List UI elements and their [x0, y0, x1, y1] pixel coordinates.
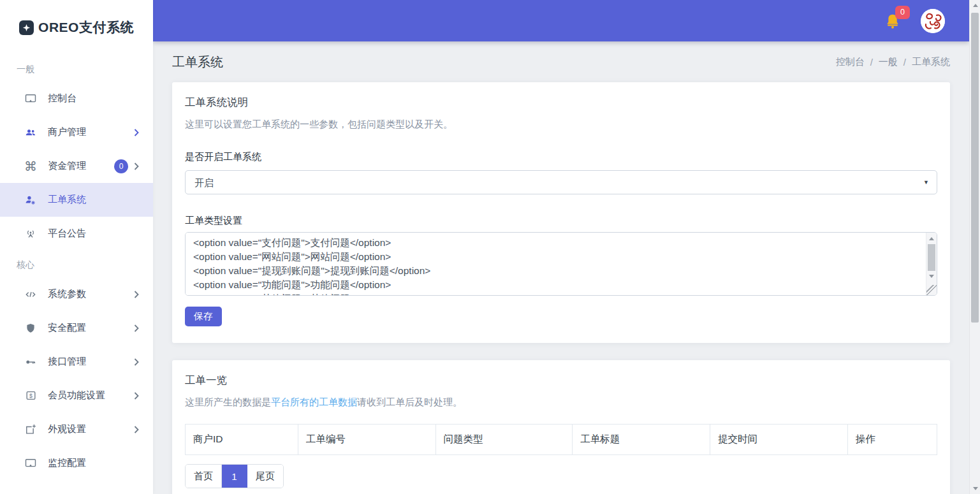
main-content: 工单系统 控制台 / 一般 / 工单系统 工单系统说明 这里可以设置您工单系统的…: [153, 41, 969, 494]
sidebar-item-merchants[interactable]: 商户管理: [0, 115, 153, 149]
breadcrumb-general[interactable]: 一般: [879, 56, 898, 68]
orders-card-description: 这里所产生的数据是平台所有的工单数据请收到工单后及时处理。: [185, 395, 937, 409]
scroll-down-icon[interactable]: [926, 272, 937, 281]
sidebar-item-workorders[interactable]: 工单系统: [0, 183, 153, 217]
broadcast-icon: [23, 228, 38, 240]
page-title: 工单系统: [172, 54, 223, 71]
chevron-right-icon: [134, 358, 139, 366]
sidebar-item-api[interactable]: 接口管理: [0, 345, 153, 379]
key-icon: [23, 356, 38, 368]
enable-workorder-label: 是否开启工单系统: [185, 150, 937, 163]
sidebar-item-console[interactable]: 控制台: [0, 82, 153, 115]
workorders-table: 商户ID 工单编号 问题类型 工单标题 提交时间 操作: [185, 424, 937, 455]
sidebar-item-system-params[interactable]: 系统参数: [0, 277, 153, 311]
pagination-last-button[interactable]: 尾页: [247, 465, 283, 488]
orders-card-title: 工单一览: [185, 373, 937, 387]
sidebar-section-core: 核心: [0, 251, 153, 277]
app-title: OREO支付系统: [38, 18, 134, 36]
chevron-right-icon: [134, 291, 139, 298]
app-logo[interactable]: OREO支付系统: [0, 0, 153, 55]
textarea-resize-grip[interactable]: [926, 285, 937, 295]
topbar: 0: [153, 0, 969, 41]
col-workorder-title: 工单标题: [573, 425, 710, 455]
settings-card-title: 工单系统说明: [185, 95, 937, 109]
user-avatar[interactable]: [921, 9, 945, 33]
sidebar-section-general: 一般: [0, 55, 153, 82]
breadcrumb-console[interactable]: 控制台: [836, 56, 865, 68]
scrollbar-up-icon[interactable]: [970, 0, 980, 11]
col-submit-time: 提交时间: [710, 425, 847, 455]
chevron-right-icon: [134, 163, 139, 170]
workorder-types-label: 工单类型设置: [185, 214, 937, 227]
page-scrollbar-thumb[interactable]: [971, 13, 979, 323]
workorder-types-textarea-wrap: <option value="支付问题">支付问题</option> <opti…: [185, 232, 937, 296]
chevron-right-icon: [134, 426, 139, 433]
page-scrollbar[interactable]: [969, 0, 980, 494]
enable-workorder-select[interactable]: 开启: [185, 170, 937, 194]
chevron-right-icon: [134, 324, 139, 332]
member-card-icon: $: [23, 389, 38, 402]
enable-workorder-select-wrap: 开启 ▼: [185, 170, 937, 194]
notifications-button[interactable]: 0: [884, 12, 902, 30]
table-header-row: 商户ID 工单编号 问题类型 工单标题 提交时间 操作: [186, 425, 937, 455]
monitor-icon: [23, 457, 38, 470]
logo-shield-icon: [19, 20, 34, 35]
scroll-up-icon[interactable]: [926, 234, 937, 243]
col-problem-type: 问题类型: [435, 425, 573, 455]
workorder-list-card: 工单一览 这里所产生的数据是平台所有的工单数据请收到工单后及时处理。 商户ID …: [172, 360, 950, 494]
sidebar-item-funds[interactable]: ⌘ 资金管理 0: [0, 149, 153, 183]
page-header: 工单系统 控制台 / 一般 / 工单系统: [172, 41, 950, 82]
breadcrumb: 控制台 / 一般 / 工单系统: [836, 56, 950, 68]
sidebar-item-announcements[interactable]: 平台公告: [0, 217, 153, 251]
avatar-image: [921, 9, 945, 33]
breadcrumb-current: 工单系统: [912, 56, 950, 68]
col-workorder-number: 工单编号: [298, 425, 435, 455]
shield-icon: [23, 323, 38, 334]
monitor-icon: [23, 92, 38, 105]
sidebar-item-security[interactable]: 安全配置: [0, 311, 153, 345]
save-button[interactable]: 保存: [185, 307, 222, 326]
textarea-scrollbar-thumb[interactable]: [928, 244, 935, 271]
pagination-first-button[interactable]: 首页: [186, 465, 222, 488]
count-badge: 0: [114, 159, 128, 173]
scrollbar-down-icon[interactable]: [970, 483, 980, 494]
code-icon: [23, 288, 38, 301]
pagination: 首页 1 尾页: [185, 464, 284, 488]
col-merchant-id: 商户ID: [186, 425, 298, 455]
settings-card-description: 这里可以设置您工单系统的一些参数，包括问题类型以及开关。: [185, 117, 937, 131]
appearance-icon: [23, 423, 38, 436]
chevron-right-icon: [134, 129, 139, 136]
pagination-page-1-button[interactable]: 1: [222, 465, 247, 488]
command-icon: ⌘: [23, 160, 38, 173]
workorder-settings-card: 工单系统说明 这里可以设置您工单系统的一些参数，包括问题类型以及开关。 是否开启…: [172, 82, 950, 343]
notification-count-badge: 0: [895, 6, 910, 19]
user-gear-icon: [23, 194, 38, 207]
col-actions: 操作: [847, 425, 937, 455]
all-workorders-link[interactable]: 平台所有的工单数据: [271, 396, 357, 407]
chevron-right-icon: [134, 392, 139, 400]
svg-text:$: $: [29, 393, 33, 399]
users-icon: [23, 126, 38, 139]
sidebar-item-monitoring[interactable]: 监控配置: [0, 446, 153, 480]
sidebar-item-member-features[interactable]: $ 会员功能设置: [0, 379, 153, 412]
workorder-types-textarea[interactable]: <option value="支付问题">支付问题</option> <opti…: [186, 233, 926, 295]
sidebar: OREO支付系统 一般 控制台 商户管理 ⌘ 资金管理 0: [0, 0, 153, 494]
sidebar-item-appearance[interactable]: 外观设置: [0, 412, 153, 446]
